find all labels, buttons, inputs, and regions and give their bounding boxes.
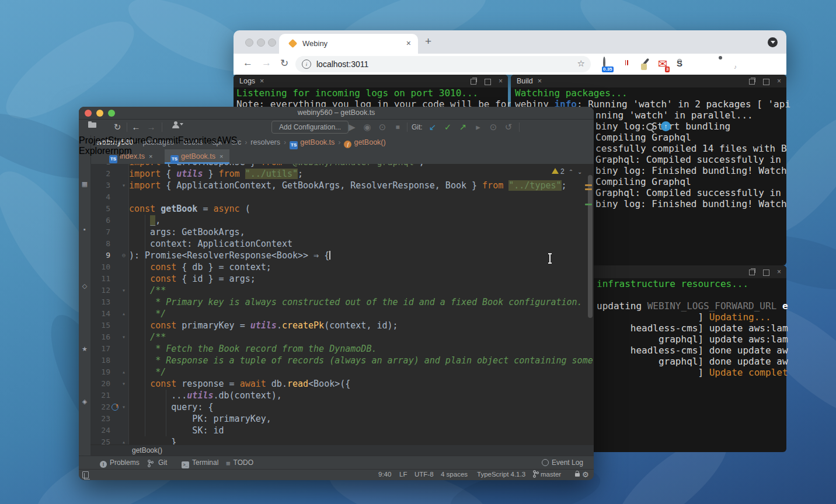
avatar-icon[interactable] xyxy=(751,58,764,71)
inspection-widget[interactable]: 2⌃⌄ xyxy=(552,167,582,176)
git-rollback-icon[interactable]: ↺ xyxy=(503,121,514,133)
mail-extension-icon[interactable]: ✉3 xyxy=(658,58,671,71)
caret-position[interactable]: 9:40 xyxy=(378,470,391,480)
line-ending-indicator[interactable]: LF xyxy=(399,470,407,480)
toolwindow-git[interactable]: Git xyxy=(148,456,167,470)
stripe-item-favorites[interactable]: Favorites xyxy=(178,135,217,145)
encoding-indicator[interactable]: UTF-8 xyxy=(414,470,434,480)
toolwindow-terminal[interactable]: >_Terminal xyxy=(182,456,218,470)
debug-icon[interactable]: ◉ xyxy=(361,121,373,133)
adblock-extension-icon[interactable] xyxy=(621,58,633,71)
git-push-icon[interactable]: ↗ xyxy=(457,121,469,133)
code-line-24[interactable]: 24 SK: id xyxy=(90,425,594,436)
add-configuration-button[interactable]: Add Configuration... xyxy=(271,121,349,134)
code-line-5[interactable]: 5const getBook = async ( xyxy=(90,203,594,215)
reload-icon[interactable]: ↻ xyxy=(280,57,288,69)
browser-close-button[interactable] xyxy=(245,38,253,47)
warning-marker[interactable] xyxy=(585,184,592,186)
code-line-20[interactable]: 20▾ const response = await db.read<Book>… xyxy=(90,378,594,390)
code-line-1[interactable]: 1import { ErrorResponse } from "@webiny/… xyxy=(90,164,594,168)
playlist-extension-icon[interactable]: ♪ xyxy=(733,58,746,71)
restore-icon[interactable] xyxy=(749,270,755,275)
fold-icon[interactable]: ▾ xyxy=(120,331,128,343)
profile-icon[interactable]: ⊙ xyxy=(377,121,388,133)
breadcrumb-item-resolvers[interactable]: resolvers xyxy=(250,138,280,146)
tab-close-icon[interactable]: × xyxy=(220,153,223,160)
git-cherry-icon[interactable]: ▸ xyxy=(472,121,484,133)
logs-terminal-titlebar[interactable]: Logs× × xyxy=(234,75,508,88)
maximize-icon[interactable] xyxy=(763,270,769,276)
navigate-back-icon[interactable]: ← xyxy=(130,121,142,133)
close-icon[interactable]: × xyxy=(777,268,781,275)
build-terminal-titlebar[interactable]: Build× × xyxy=(511,75,786,88)
address-bar[interactable]: i localhost:3011 ☆ xyxy=(295,56,591,72)
code-line-25[interactable]: 25▴ } xyxy=(90,436,594,444)
stripe-item-commit[interactable]: Commit xyxy=(146,135,178,145)
toolwindow-problems[interactable]: !Problems xyxy=(100,456,140,470)
code-line-13[interactable]: 13 * Primary key is always constructed o… xyxy=(90,296,594,308)
event-indicator-icon[interactable]: ⚙ xyxy=(582,470,589,480)
code-line-9[interactable]: 9⊖): Promise<ResolverResponse<Book>> ⇒ { xyxy=(90,250,594,261)
bookmark-star-icon[interactable]: ☆ xyxy=(577,58,585,69)
new-tab-button[interactable]: + xyxy=(425,35,431,48)
stripe-item-npm[interactable]: npm xyxy=(114,146,132,156)
close-icon[interactable]: × xyxy=(499,78,503,85)
git-commit-icon[interactable]: ✓ xyxy=(442,121,454,133)
code-line-19[interactable]: 19▴ */ xyxy=(90,366,594,378)
git-update-icon[interactable]: ↙ xyxy=(427,121,438,133)
maximize-icon[interactable] xyxy=(485,79,491,85)
fold-icon[interactable]: ▾ xyxy=(120,180,128,191)
code-line-17[interactable]: 17 * Fetch the Book record from the Dyna… xyxy=(90,343,594,355)
sync-icon[interactable]: ↻ xyxy=(112,121,123,133)
editor-scrollbar[interactable] xyxy=(588,175,593,318)
code-line-18[interactable]: 18 * Response is a tuple of records (alw… xyxy=(90,355,594,366)
code-line-22[interactable]: 22▾↑ query: { xyxy=(90,401,594,413)
indent-indicator[interactable]: 4 spaces xyxy=(441,470,468,480)
language-version[interactable]: TypeScript 4.1.3 xyxy=(477,470,525,480)
browser-minimize-button[interactable] xyxy=(257,38,265,47)
code-line-10[interactable]: 10 const { db } = context; xyxy=(90,261,594,273)
fold-icon[interactable]: ▴ xyxy=(120,308,128,320)
code-line-3[interactable]: 3▾import { ApplicationContext, GetBookAr… xyxy=(90,180,594,191)
search-everywhere-icon[interactable] xyxy=(646,123,654,131)
fold-icon[interactable]: ▾ xyxy=(120,378,128,390)
code-line-4[interactable]: 4 xyxy=(90,191,594,203)
shield-extension-icon[interactable] xyxy=(695,58,708,71)
url-text[interactable]: localhost:3011 xyxy=(316,60,368,69)
code-line-8[interactable]: 8 context: ApplicationContext xyxy=(90,238,594,250)
code-line-14[interactable]: 14▴ */ xyxy=(90,308,594,320)
logs-tab-close-icon[interactable]: × xyxy=(260,77,264,85)
restore-icon[interactable] xyxy=(749,79,755,85)
fold-icon[interactable]: ⊖ xyxy=(120,250,128,261)
code-line-15[interactable]: 15 const primaryKey = utils.createPk(con… xyxy=(90,320,594,331)
toolwindow-event-log[interactable]: Event Log xyxy=(542,456,583,470)
warning-marker[interactable] xyxy=(585,188,592,190)
git-history-icon[interactable]: ⊙ xyxy=(487,121,499,133)
git-branch-widget[interactable]: master xyxy=(533,470,561,480)
fold-icon[interactable]: ▾ xyxy=(120,285,128,296)
forward-icon[interactable]: → xyxy=(262,57,271,69)
toolwindow-switcher-icon[interactable] xyxy=(82,471,89,478)
colorpicker-extension-icon[interactable] xyxy=(639,58,652,71)
code-line-2[interactable]: 2import { utils } from "../utils"; xyxy=(90,168,594,180)
fold-icon[interactable]: ▴ xyxy=(120,436,128,444)
timer-extension-icon[interactable]: 0.35 xyxy=(602,58,615,71)
fold-icon[interactable]: ▴ xyxy=(120,366,128,378)
navigate-forward-icon[interactable]: → xyxy=(145,121,157,133)
restore-icon[interactable] xyxy=(471,79,476,85)
browser-tab-webiny[interactable]: Webiny × xyxy=(279,34,418,54)
toolwindow-todo[interactable]: ≡TODO xyxy=(226,456,253,470)
site-info-icon[interactable]: i xyxy=(302,60,311,69)
tab-close-icon[interactable]: × xyxy=(406,38,411,48)
session-search-extension-icon[interactable]: S xyxy=(677,58,689,71)
close-icon[interactable]: × xyxy=(777,78,781,85)
code-line-12[interactable]: 12▾ /** xyxy=(90,285,594,296)
run-icon[interactable]: ▶ xyxy=(346,121,358,133)
next-warning-icon[interactable]: ⌄ xyxy=(577,169,582,175)
build-tab[interactable]: Build× xyxy=(517,77,542,85)
maximize-icon[interactable] xyxy=(763,79,769,85)
stripe-item-structure[interactable]: Structure xyxy=(108,135,146,145)
code-line-11[interactable]: 11 const { id } = args; xyxy=(90,273,594,285)
build-tab-close-icon[interactable]: × xyxy=(538,77,542,85)
prev-warning-icon[interactable]: ⌃ xyxy=(569,169,573,175)
